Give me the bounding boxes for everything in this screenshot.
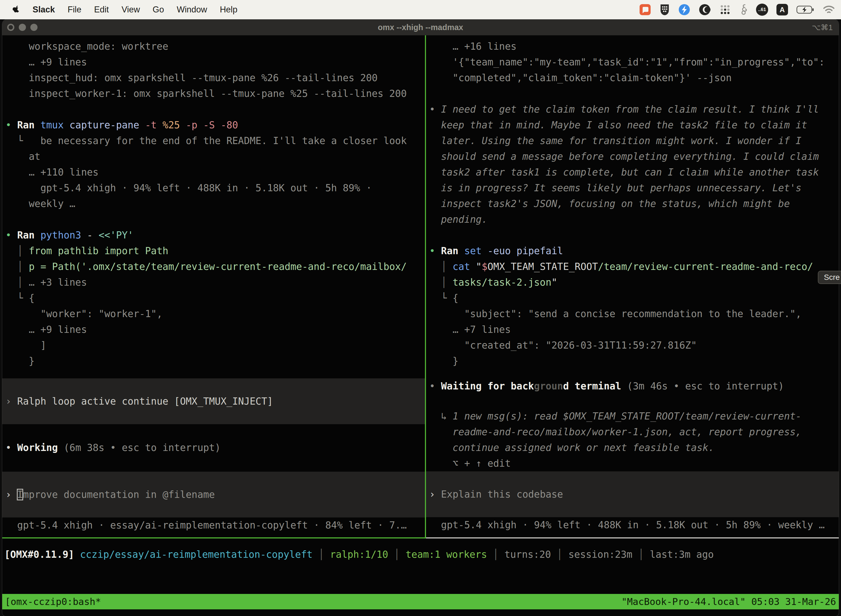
menu-item-help[interactable]: Help — [220, 5, 237, 15]
model-status-right: gpt-5.4 xhigh · 94% left · 488K in · 5.1… — [426, 517, 839, 533]
omx-status-bar: [OMX#0.11.9] cczip/essay/ai-reimplementa… — [2, 538, 839, 594]
window-shortcut-hint: ⌥⌘1 — [812, 23, 833, 32]
battery-icon[interactable] — [796, 5, 815, 14]
prompt-box-right[interactable]: › Explain this codebase — [426, 471, 839, 517]
tmux-host-clock: "MacBook-Pro-44.local" 05:03 31-Mar-26 — [621, 596, 836, 607]
working-status: • Working (6m 38s • esc to interrupt) — [2, 440, 425, 456]
terminal-output-right: … +16 lines '{"team_name":"my-team","tas… — [426, 39, 839, 369]
menu-item-window[interactable]: Window — [177, 5, 207, 15]
chat-icon[interactable] — [639, 4, 651, 16]
screen-tooltip: Scre — [818, 271, 841, 284]
window-title: omx --xhigh --madmax — [2, 23, 839, 32]
bolt-badge-icon[interactable] — [678, 4, 690, 16]
wifi-icon[interactable] — [823, 5, 835, 14]
pane-hud[interactable]: workspace_mode: worktree … +9 lines insp… — [2, 35, 425, 537]
ralph-loop-banner: › Ralph loop active continue [OMX_TMUX_I… — [2, 378, 425, 424]
menu-item-view[interactable]: View — [122, 5, 140, 15]
prompt-box-left[interactable]: › Improve documentation in @filename — [2, 472, 425, 518]
crescent-icon[interactable] — [699, 4, 711, 16]
menu-app-name[interactable]: Slack — [32, 5, 55, 15]
apple-logo-icon[interactable] — [13, 6, 20, 14]
waiting-status: • Waiting for background terminal (3m 46… — [426, 378, 839, 394]
menu-status-icons: ..61 A — [639, 4, 835, 16]
traffic-lights — [2, 24, 38, 31]
close-button[interactable] — [7, 24, 14, 31]
squiggle-icon[interactable] — [740, 4, 748, 16]
input-source-icon[interactable]: A — [777, 4, 788, 15]
mailbox-message: ↳ 1 new msg(s): read $OMX_TEAM_STATE_ROO… — [426, 408, 839, 471]
menu-item-file[interactable]: File — [67, 5, 81, 15]
terminal-window: omx --xhigh --madmax ⌥⌘1 workspace_mode:… — [2, 19, 839, 616]
window-titlebar[interactable]: omx --xhigh --madmax ⌥⌘1 — [2, 19, 839, 35]
badge-61-icon[interactable]: ..61 — [756, 4, 768, 16]
pane-worker-1[interactable]: … +16 lines '{"team_name":"my-team","tas… — [426, 35, 839, 537]
shield-grid-icon[interactable] — [659, 4, 670, 16]
menu-item-edit[interactable]: Edit — [94, 5, 109, 15]
tmux-status-bar: [omx-cczip0:bash* "MacBook-Pro-44.local"… — [2, 594, 839, 609]
menu-item-go[interactable]: Go — [152, 5, 164, 15]
dots-grid-icon[interactable] — [719, 4, 731, 16]
tmux-panes: workspace_mode: worktree … +9 lines insp… — [2, 35, 839, 537]
menu-bar: Slack File Edit View Go Window Help ..61… — [0, 0, 841, 19]
minimize-button[interactable] — [19, 24, 26, 31]
menu-left: Slack File Edit View Go Window Help — [13, 5, 237, 15]
zoom-button[interactable] — [30, 24, 38, 31]
tmux-session-label[interactable]: [omx-cczip0:bash* — [5, 596, 101, 607]
model-status-left: gpt-5.4 xhigh · essay/ai-reimplementatio… — [2, 518, 425, 533]
terminal-output-left: workspace_mode: worktree … +9 lines insp… — [2, 39, 425, 369]
